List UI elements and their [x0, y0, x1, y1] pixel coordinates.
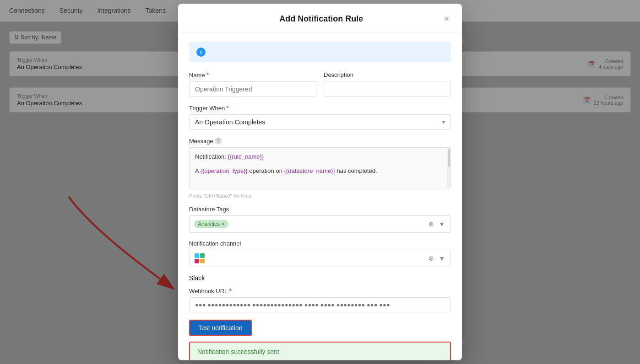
analytics-tag-remove[interactable]: ×: [222, 221, 225, 227]
slack-label-text: Slack: [189, 274, 451, 282]
info-icon: i: [196, 48, 206, 57]
name-label: Name *: [189, 71, 316, 79]
slack-sq3: [195, 259, 199, 263]
message-group: Message ? Notification: {{rule_name}} A …: [189, 137, 451, 198]
test-button-wrapper: Test notification: [189, 320, 451, 336]
info-banner: i: [189, 42, 451, 62]
message-hint: Press "Ctrl+Space" for hints: [189, 193, 451, 198]
channel-actions: ⊗ ▼: [428, 254, 446, 263]
scrollbar-thumb: [448, 149, 450, 167]
message-editor[interactable]: Notification: {{rule_name}} A {{operatio…: [189, 147, 451, 188]
tags-actions: ⊗ ▼: [428, 219, 446, 229]
datastore-tags-label: Datastore Tags: [189, 206, 451, 213]
message-help-icon[interactable]: ?: [215, 137, 222, 145]
channel-input-wrapper[interactable]: ⊗ ▼: [189, 250, 451, 267]
modal-close-button[interactable]: ×: [442, 13, 451, 25]
analytics-tag-label: Analytics: [198, 221, 220, 227]
message-var-datastore-name: {{datastore_name}}: [284, 167, 335, 174]
description-label: Description: [324, 71, 451, 78]
description-input[interactable]: Operation Completed: [324, 81, 451, 96]
message-line1: Notification: {{rule_name}}: [195, 152, 445, 162]
channel-dropdown-button[interactable]: ▼: [438, 254, 446, 263]
message-prefix-1: Notification:: [195, 153, 228, 160]
message-prefix-2a: A: [195, 167, 201, 174]
name-group: Name *: [189, 71, 316, 97]
tags-input-wrapper[interactable]: Analytics × ⊗ ▼: [189, 215, 451, 233]
trigger-group: Trigger When * An Operation Completes ▼: [189, 104, 451, 130]
slack-sq4: [200, 259, 205, 263]
trigger-label: Trigger When *: [189, 104, 451, 112]
notification-channel-group: Notification channel ⊗ ▼: [189, 240, 451, 267]
message-var-operation-type: {{operation_type}}: [201, 167, 248, 174]
name-input[interactable]: [189, 81, 316, 97]
modal-header: Add Notification Rule ×: [178, 4, 462, 32]
trigger-required-indicator: *: [226, 104, 228, 112]
message-var-rule-name: {{rule_name}}: [228, 153, 264, 160]
tags-dropdown-button[interactable]: ▼: [438, 219, 446, 229]
webhook-required-indicator: *: [229, 287, 231, 294]
webhook-label: Webhook URL *: [189, 287, 451, 294]
description-group: Description Operation Completed: [324, 71, 451, 97]
notification-channel-label: Notification channel: [189, 240, 451, 247]
message-middle-2: operation on: [248, 167, 284, 174]
slack-sq2: [200, 253, 205, 258]
analytics-tag: Analytics ×: [194, 220, 228, 228]
modal-title: Add Notification Rule: [200, 14, 442, 24]
add-notification-rule-modal: Add Notification Rule × i Name * Descrip…: [178, 4, 462, 360]
message-line2: A {{operation_type}} operation on {{data…: [195, 166, 445, 176]
trigger-select[interactable]: An Operation Completes: [189, 114, 451, 130]
slack-sq1: [195, 253, 199, 258]
datastore-tags-group: Datastore Tags Analytics × ⊗ ▼: [189, 206, 451, 233]
tags-clear-button[interactable]: ⊗: [428, 219, 435, 229]
trigger-select-wrapper: An Operation Completes ▼: [189, 114, 451, 130]
test-notification-button[interactable]: Test notification: [189, 320, 252, 336]
webhook-group: Webhook URL *: [189, 287, 451, 312]
slack-icon: [194, 253, 205, 264]
message-scrollbar[interactable]: [447, 148, 450, 188]
webhook-input[interactable]: [189, 297, 451, 312]
name-required-indicator: *: [206, 71, 209, 79]
message-suffix-2: has completed.: [335, 167, 377, 174]
success-message: Notification successfully sent: [197, 348, 279, 355]
modal-body: i Name * Description Operation Completed…: [178, 32, 462, 360]
name-description-row: Name * Description Operation Completed: [189, 71, 451, 97]
success-banner: Notification successfully sent: [189, 342, 451, 360]
message-label: Message ?: [189, 137, 451, 145]
channel-clear-button[interactable]: ⊗: [428, 254, 435, 263]
